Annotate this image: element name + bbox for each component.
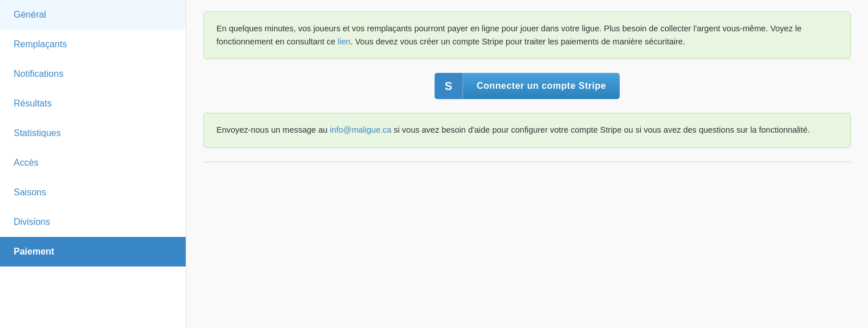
info-text-after-link-2: si vous avez besoin d'aide pour configur… xyxy=(391,125,810,134)
stripe-button-label: Connecter un compte Stripe xyxy=(463,81,620,91)
sidebar-item-general[interactable]: Général xyxy=(0,0,186,30)
sidebar-item-resultats[interactable]: Résultats xyxy=(0,89,186,118)
sidebar-item-notifications[interactable]: Notifications xyxy=(0,59,186,89)
info-text-after-link-1: . Vous devez vous créer un compte Stripe… xyxy=(350,37,685,46)
sidebar-item-statistiques[interactable]: Statistiques xyxy=(0,118,186,148)
info-link-2[interactable]: info@maligue.ca xyxy=(330,125,391,134)
divider xyxy=(203,162,851,162)
connect-stripe-button[interactable]: S Connecter un compte Stripe xyxy=(435,73,620,99)
sidebar-item-acces[interactable]: Accès xyxy=(0,148,186,178)
info-link-1[interactable]: lien xyxy=(338,37,351,46)
main-content: En quelques minutes, vos joueurs et vos … xyxy=(186,0,868,328)
sidebar-item-saisons[interactable]: Saisons xyxy=(0,178,186,207)
sidebar-item-paiement[interactable]: Paiement xyxy=(0,237,186,266)
info-text-before-link-2: Envoyez-nous un message au xyxy=(216,125,330,134)
info-box-2: Envoyez-nous un message au info@maligue.… xyxy=(203,113,851,147)
sidebar-item-remplacants[interactable]: Remplaçants xyxy=(0,30,186,59)
sidebar: Général Remplaçants Notifications Résult… xyxy=(0,0,186,328)
stripe-icon: S xyxy=(435,73,463,99)
info-box-1: En quelques minutes, vos joueurs et vos … xyxy=(203,11,851,59)
stripe-button-container: S Connecter un compte Stripe xyxy=(203,73,851,99)
sidebar-item-divisions[interactable]: Divisions xyxy=(0,207,186,237)
